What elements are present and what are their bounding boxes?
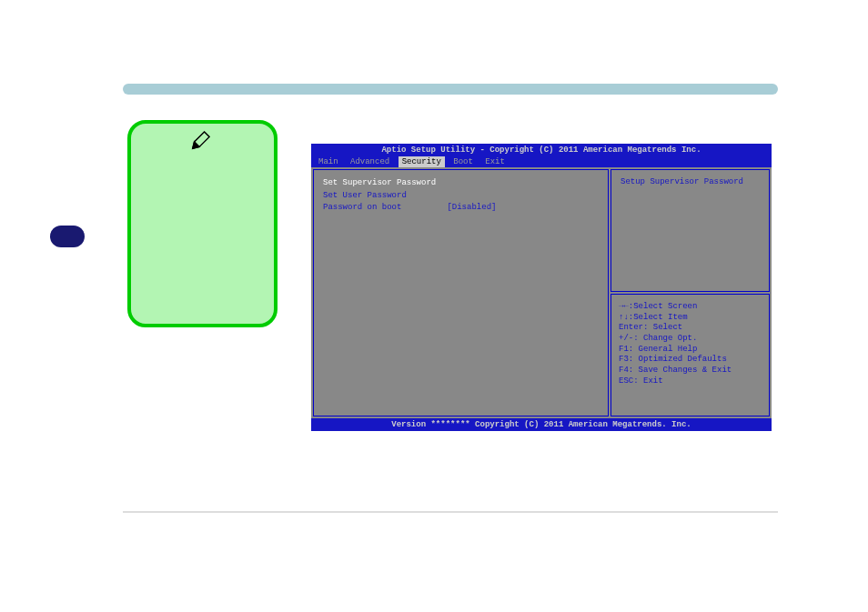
key-help-line: F4: Save Changes & Exit bbox=[619, 366, 762, 376]
key-help-line: ESC: Exit bbox=[619, 376, 762, 387]
key-help-line: +/-: Change Opt. bbox=[619, 334, 762, 345]
bios-footer: Version ******** Copyright (C) 2011 Amer… bbox=[311, 418, 772, 431]
bios-right-panel: Setup Supervisor Password →←:Select Scre… bbox=[611, 169, 770, 416]
menu-set-user-password[interactable]: Set User Password bbox=[323, 190, 599, 203]
note-box bbox=[127, 120, 278, 327]
key-help-line: F3: Optimized Defaults bbox=[619, 355, 762, 366]
tab-security[interactable]: Security bbox=[399, 156, 445, 167]
key-help-line: →←:Select Screen bbox=[619, 302, 762, 313]
key-help-line: ↑↓:Select Item bbox=[619, 313, 762, 324]
key-help-line: Enter: Select bbox=[619, 323, 762, 334]
bios-main-panel: Set Supervisor Password Set User Passwor… bbox=[313, 169, 609, 416]
menu-password-on-boot[interactable]: Password on boot[Disabled] bbox=[323, 202, 599, 215]
tab-main[interactable]: Main bbox=[315, 156, 342, 167]
pencil-icon bbox=[190, 131, 210, 156]
bios-body: Set Supervisor Password Set User Passwor… bbox=[311, 167, 772, 418]
key-help-line: F1: General Help bbox=[619, 345, 762, 356]
top-decorative-bar bbox=[123, 84, 778, 95]
menu-label: Password on boot bbox=[323, 203, 401, 212]
menu-set-supervisor-password[interactable]: Set Supervisor Password bbox=[323, 177, 599, 190]
side-indicator bbox=[50, 226, 85, 247]
bottom-divider bbox=[123, 511, 778, 513]
tab-exit[interactable]: Exit bbox=[481, 156, 509, 167]
bios-tab-bar: Main Advanced Security Boot Exit bbox=[311, 156, 772, 167]
bios-keys-panel: →←:Select Screen ↑↓:Select Item Enter: S… bbox=[611, 294, 770, 416]
menu-value: [Disabled] bbox=[447, 202, 496, 215]
bios-help-panel: Setup Supervisor Password bbox=[611, 169, 770, 292]
bios-setup-window: Aptio Setup Utility - Copyright (C) 2011… bbox=[311, 144, 772, 427]
tab-boot[interactable]: Boot bbox=[449, 156, 477, 167]
tab-advanced[interactable]: Advanced bbox=[347, 156, 393, 167]
bios-header: Aptio Setup Utility - Copyright (C) 2011… bbox=[311, 144, 772, 156]
